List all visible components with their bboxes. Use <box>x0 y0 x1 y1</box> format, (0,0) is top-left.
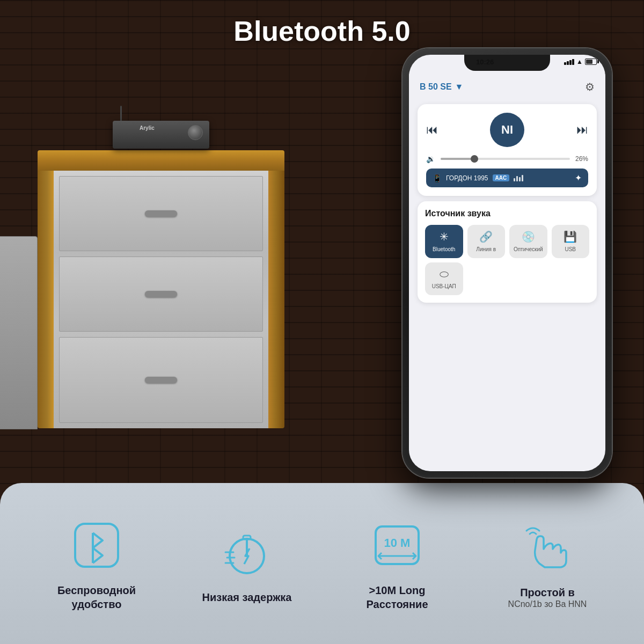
cabinet-side-left <box>38 171 54 428</box>
bluetooth-label: Bluetooth <box>433 246 455 253</box>
usb-label: USB <box>565 246 576 253</box>
phone-container: 10:26 ▲ B 50 SE ▼ <box>402 48 612 478</box>
source-optical-button[interactable]: 💿 Оптический <box>509 225 547 258</box>
source-grid: ✳ Bluetooth 🔗 Линия в 💿 Оптический <box>425 225 589 258</box>
svg-rect-4 <box>243 536 251 539</box>
player-avatar: NI <box>490 113 524 147</box>
cabinet-top <box>38 150 284 172</box>
codec-badge: AAC <box>493 174 510 181</box>
feature-range: 10 M >10M Long Расстояние <box>338 516 456 611</box>
phone-frame: 10:26 ▲ B 50 SE ▼ <box>402 48 612 478</box>
signal-bars <box>564 59 574 65</box>
next-button[interactable]: ⏭ <box>576 123 588 137</box>
device-body: Arylic <box>113 121 209 149</box>
settings-icon[interactable]: ⚙ <box>585 80 595 93</box>
volume-knob <box>188 125 203 140</box>
easy-label: Простой в <box>508 586 587 599</box>
player-controls: ⏮ NI ⏭ <box>426 113 588 147</box>
line-in-label: Линия в <box>476 246 496 253</box>
drawer-handle-2 <box>145 291 177 297</box>
speaker-left <box>0 236 38 429</box>
range-feature-icon: 10 M <box>368 516 427 575</box>
drawer-1 <box>59 176 263 251</box>
arylic-device: Arylic <box>113 121 220 153</box>
battery-icon <box>585 58 597 65</box>
cabinet-front <box>54 171 268 428</box>
volume-icon: 🔉 <box>426 155 435 163</box>
device-label: Arylic <box>140 125 155 131</box>
feature-latency: Низкая задержка <box>188 523 306 604</box>
drawer-2 <box>59 257 263 332</box>
usb-icon: 💾 <box>564 230 577 243</box>
volume-track[interactable] <box>441 158 570 160</box>
source-section: Источник звука ✳ Bluetooth 🔗 Линия в 💿 <box>418 201 597 303</box>
latency-label: Низкая задержка <box>202 590 292 604</box>
drawer-handle-1 <box>145 210 177 217</box>
volume-row: 🔉 26% <box>426 155 588 163</box>
app-header: B 50 SE ▼ ⚙ <box>409 74 605 100</box>
easy-feature-icon <box>518 518 577 577</box>
dropdown-arrow-icon: ▼ <box>455 82 464 92</box>
volume-percent: 26% <box>575 155 588 163</box>
volume-thumb <box>471 155 478 163</box>
page-title: Bluetooth 5.0 <box>233 15 410 47</box>
wireless-label: Беспроводной удобство <box>38 583 156 611</box>
feature-wireless: Беспроводной удобство <box>38 516 156 611</box>
wifi-icon: ▲ <box>576 58 583 65</box>
cabinet-side-right <box>268 171 284 428</box>
track-bars <box>514 175 523 181</box>
source-bluetooth-button[interactable]: ✳ Bluetooth <box>425 225 463 258</box>
player-card: ⏮ NI ⏭ 🔉 26% 📱 ГОРДОН 1995 <box>418 104 597 196</box>
track-device-icon: 📱 <box>433 174 442 182</box>
feature-bar: Беспроводной удобство Низкая задержка <box>0 483 644 644</box>
bluetooth-icon: ✳ <box>440 230 449 243</box>
source-title: Источник звука <box>425 209 589 218</box>
furniture-area: Arylic <box>16 86 327 429</box>
drawer-3 <box>59 337 263 423</box>
app-device-name[interactable]: B 50 SE ▼ <box>420 82 463 92</box>
usb-dac-label: USB-ЦАП <box>432 283 456 290</box>
range-label: >10M Long Расстояние <box>338 583 456 611</box>
svg-text:10 M: 10 M <box>384 536 411 550</box>
phone-screen: 10:26 ▲ B 50 SE ▼ <box>409 55 605 471</box>
latency-feature-icon <box>217 523 276 582</box>
optical-label: Оптический <box>514 246 543 253</box>
favorite-icon[interactable]: ✦ <box>575 173 582 183</box>
source-usb-button[interactable]: 💾 USB <box>552 225 590 258</box>
easy-sublabel: NCno/1b зо Ва HNN <box>508 599 587 609</box>
track-info-bar: 📱 ГОРДОН 1995 AAC ✦ <box>426 169 588 187</box>
source-row2: ⬭ USB-ЦАП <box>425 262 589 295</box>
usb-dac-icon: ⬭ <box>440 268 449 280</box>
source-usb-dac-button[interactable]: ⬭ USB-ЦАП <box>425 262 463 295</box>
source-line-in-button[interactable]: 🔗 Линия в <box>467 225 506 258</box>
cabinet: Arylic <box>38 150 284 429</box>
drawer-handle-3 <box>145 377 177 383</box>
phone-status-icons: ▲ <box>564 58 597 65</box>
track-name: ГОРДОН 1995 <box>446 174 488 182</box>
antenna <box>120 106 122 122</box>
line-in-icon: 🔗 <box>479 230 493 243</box>
phone-time: 10:26 <box>476 58 494 66</box>
optical-icon: 💿 <box>522 230 535 243</box>
feature-easy: Простой в NCno/1b зо Ва HNN <box>488 518 606 609</box>
phone-notch: 10:26 <box>464 55 550 71</box>
volume-fill <box>441 158 474 160</box>
bluetooth-feature-icon <box>67 516 126 575</box>
prev-button[interactable]: ⏮ <box>426 123 438 137</box>
